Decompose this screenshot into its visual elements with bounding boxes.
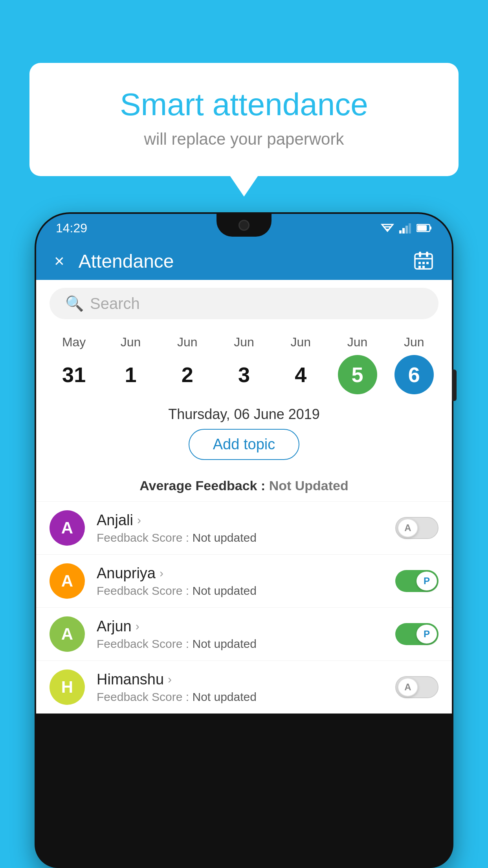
cal-date-number[interactable]: 3 (224, 355, 264, 394)
close-button[interactable]: × (54, 251, 64, 271)
cal-month-label: Jun (347, 335, 368, 349)
speech-bubble-container: Smart attendance will replace your paper… (29, 63, 459, 176)
student-row[interactable]: AAnupriya ›Feedback Score : Not updatedP (36, 554, 452, 607)
toggle-thumb: A (398, 678, 418, 697)
toggle-switch[interactable]: P (395, 570, 438, 592)
attendance-toggle[interactable]: P (395, 623, 438, 645)
svg-rect-14 (422, 266, 425, 268)
search-placeholder: Search (90, 295, 140, 313)
cal-month-label: Jun (177, 335, 198, 349)
student-name: Arjun › (97, 618, 383, 635)
student-row[interactable]: AAnjali ›Feedback Score : Not updatedA (36, 501, 452, 554)
avg-feedback: Average Feedback : Not Updated (36, 474, 452, 501)
page-title: Attendance (79, 250, 413, 272)
svg-rect-8 (419, 252, 421, 257)
front-camera (238, 220, 250, 231)
cal-month-label: Jun (234, 335, 254, 349)
student-name: Anjali › (97, 512, 383, 529)
svg-rect-12 (426, 262, 429, 264)
chevron-icon: › (160, 566, 163, 580)
chevron-icon: › (136, 620, 139, 633)
bubble-subtitle: will replace your paperwork (61, 130, 427, 149)
bubble-title: Smart attendance (61, 86, 427, 123)
signal-icon (399, 223, 412, 234)
avatar: H (50, 669, 85, 705)
cal-date-number[interactable]: 31 (54, 355, 94, 394)
calendar-day[interactable]: Jun5 (338, 335, 377, 394)
student-row[interactable]: HHimanshu ›Feedback Score : Not updatedA (36, 660, 452, 714)
calendar-day[interactable]: Jun4 (281, 335, 320, 394)
cal-month-label: Jun (290, 335, 311, 349)
app-header: × Attendance (36, 242, 452, 280)
add-topic-button[interactable]: Add topic (189, 429, 299, 460)
feedback-value: Not updated (192, 637, 256, 650)
student-feedback: Feedback Score : Not updated (97, 690, 383, 704)
svg-rect-5 (430, 226, 431, 230)
cal-month-label: Jun (404, 335, 424, 349)
phone-notch (216, 214, 272, 237)
cal-date-number[interactable]: 5 (338, 355, 377, 394)
calendar-day[interactable]: Jun1 (111, 335, 150, 394)
avatar: A (50, 563, 85, 599)
svg-rect-3 (409, 223, 411, 234)
calendar-icon[interactable] (413, 250, 434, 272)
phone-inner: 14:29 (36, 214, 452, 866)
toggle-thumb: P (416, 572, 437, 590)
cal-date-number[interactable]: 6 (394, 355, 434, 394)
search-bar[interactable]: 🔍 Search (50, 288, 438, 319)
svg-rect-0 (399, 230, 402, 234)
avg-feedback-label: Average Feedback : (139, 478, 269, 493)
avatar: A (50, 616, 85, 652)
toggle-thumb: P (416, 625, 437, 644)
selected-date-label: Thursday, 06 June 2019 (36, 398, 452, 429)
avatar: A (50, 510, 85, 546)
toggle-switch[interactable]: A (395, 676, 438, 698)
calendar-day[interactable]: Jun6 (394, 335, 434, 394)
student-row[interactable]: AArjun ›Feedback Score : Not updatedP (36, 607, 452, 660)
svg-rect-9 (426, 252, 428, 257)
battery-icon (416, 223, 432, 233)
chevron-icon: › (168, 673, 172, 686)
attendance-toggle[interactable]: A (395, 517, 438, 539)
chevron-icon: › (137, 513, 141, 527)
toggle-switch[interactable]: P (395, 623, 438, 645)
cal-month-label: Jun (121, 335, 141, 349)
student-feedback: Feedback Score : Not updated (97, 531, 383, 544)
feedback-value: Not updated (192, 584, 256, 597)
toggle-thumb: A (398, 519, 418, 537)
student-feedback: Feedback Score : Not updated (97, 637, 383, 651)
calendar-day[interactable]: Jun3 (224, 335, 264, 394)
screen-content: 🔍 Search May31Jun1Jun2Jun3Jun4Jun5Jun6 T… (36, 280, 452, 714)
avg-feedback-value: Not Updated (269, 478, 349, 493)
toggle-switch[interactable]: A (395, 517, 438, 539)
student-list: AAnjali ›Feedback Score : Not updatedAAA… (36, 501, 452, 714)
student-name: Himanshu › (97, 671, 383, 688)
search-container: 🔍 Search (36, 280, 452, 327)
student-name: Anupriya › (97, 565, 383, 582)
phone-frame: 14:29 (35, 212, 453, 868)
calendar-day[interactable]: Jun2 (168, 335, 207, 394)
svg-rect-6 (417, 225, 427, 231)
svg-rect-2 (405, 226, 408, 234)
student-feedback: Feedback Score : Not updated (97, 584, 383, 598)
svg-rect-10 (418, 262, 421, 264)
cal-date-number[interactable]: 4 (281, 355, 320, 394)
attendance-toggle[interactable]: P (395, 570, 438, 592)
feedback-value: Not updated (192, 531, 256, 544)
cal-date-number[interactable]: 2 (168, 355, 207, 394)
wifi-icon (380, 223, 394, 234)
student-info: Anupriya ›Feedback Score : Not updated (97, 565, 383, 598)
svg-rect-1 (402, 228, 405, 234)
student-info: Arjun ›Feedback Score : Not updated (97, 618, 383, 651)
search-icon: 🔍 (65, 295, 84, 312)
svg-rect-11 (422, 262, 425, 264)
cal-date-number[interactable]: 1 (111, 355, 150, 394)
speech-bubble: Smart attendance will replace your paper… (29, 63, 459, 176)
calendar-icon-svg (413, 250, 434, 270)
student-info: Himanshu ›Feedback Score : Not updated (97, 671, 383, 704)
status-icons (380, 223, 432, 234)
attendance-toggle[interactable]: A (395, 676, 438, 698)
calendar-day[interactable]: May31 (54, 335, 94, 394)
side-button-right (452, 370, 457, 401)
svg-rect-13 (418, 266, 421, 268)
